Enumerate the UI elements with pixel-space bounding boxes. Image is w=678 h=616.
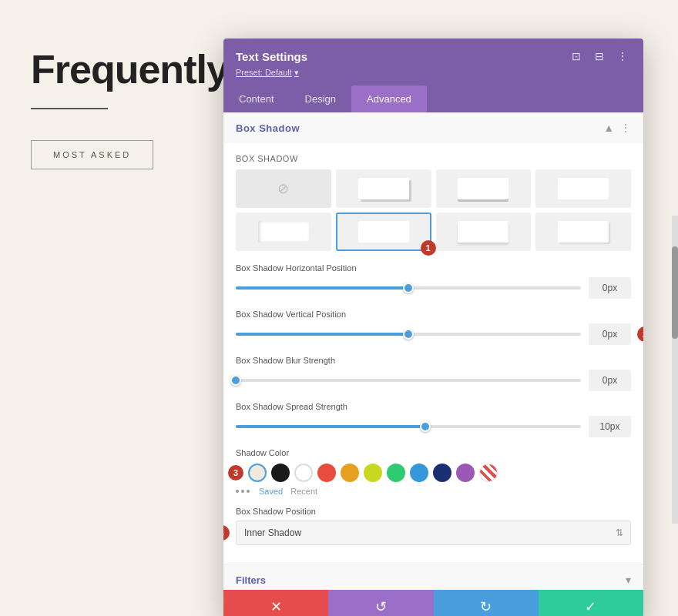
redo-icon: ↻ xyxy=(480,598,492,615)
panel: Text Settings ⊡ ⊟ ⋮ Preset: Default ▾ Co… xyxy=(223,38,643,616)
preset-box-7 xyxy=(558,221,609,243)
swatch-purple[interactable] xyxy=(456,464,475,482)
box-shadow-section-body: Box Shadow ⊘ xyxy=(223,143,643,564)
swatch-white[interactable] xyxy=(294,464,313,482)
save-button[interactable]: ✓ xyxy=(539,590,643,616)
swatch-blue[interactable] xyxy=(410,464,428,482)
filters-section-header[interactable]: Filters ▾ xyxy=(223,564,643,590)
redo-button[interactable]: ↻ xyxy=(434,590,539,616)
shadow-preset-6[interactable] xyxy=(436,213,532,251)
panel-header: Text Settings ⊡ ⊟ ⋮ Preset: Default ▾ xyxy=(223,38,643,85)
shadow-preset-4[interactable] xyxy=(236,213,331,251)
box-shadow-section: Box Shadow ▲ ⋮ Box Shadow ⊘ xyxy=(223,112,643,564)
preset-box-5 xyxy=(358,221,409,243)
slider-vertical-thumb[interactable] xyxy=(403,329,414,340)
slider-horizontal-control xyxy=(236,277,631,299)
slider-horizontal-track[interactable] xyxy=(236,286,581,290)
position-select-wrapper: 4 Inner Shadow Outer Shadow ⇅ xyxy=(236,521,631,545)
swatch-green[interactable] xyxy=(387,464,405,482)
reset-button[interactable]: ↺ xyxy=(328,590,433,616)
slider-blur-control xyxy=(236,370,631,391)
panel-header-top: Text Settings ⊡ ⊟ ⋮ xyxy=(236,48,631,65)
shadow-preset-2[interactable] xyxy=(436,169,532,208)
swatch-stripe[interactable] xyxy=(479,464,498,482)
swatch-black[interactable] xyxy=(271,464,290,482)
tab-advanced[interactable]: Advanced xyxy=(351,85,427,112)
scrollbar-thumb[interactable] xyxy=(672,246,678,339)
color-swatches: 3 xyxy=(236,464,631,482)
slider-horizontal-thumb[interactable] xyxy=(403,283,414,293)
badge-marker-1: 1 xyxy=(421,240,436,256)
cancel-icon: ✕ xyxy=(270,598,282,615)
preset-arrow: ▾ xyxy=(294,68,299,77)
preset-box-3 xyxy=(558,178,609,199)
filters-section-title: Filters xyxy=(236,574,266,586)
slider-spread-control xyxy=(236,416,631,437)
preset-box-2 xyxy=(458,178,509,199)
slider-horizontal-value[interactable] xyxy=(589,277,631,299)
slider-vertical-value[interactable] xyxy=(589,323,631,345)
slider-spread-fill xyxy=(236,425,425,428)
color-tab-recent[interactable]: Recent xyxy=(290,487,317,496)
slider-blur-track[interactable] xyxy=(236,379,581,382)
cancel-button[interactable]: ✕ xyxy=(223,590,328,616)
slider-spread-value[interactable] xyxy=(589,416,631,437)
swatch-navy[interactable] xyxy=(433,464,451,482)
color-dots[interactable] xyxy=(236,490,250,493)
slider-vertical-control: 2 xyxy=(236,323,631,345)
panel-tabs: Content Design Advanced xyxy=(223,85,643,112)
tab-content[interactable]: Content xyxy=(223,85,290,112)
position-select[interactable]: Inner Shadow Outer Shadow xyxy=(236,521,631,545)
panel-toolbar: ✕ ↺ ↻ ✓ xyxy=(223,590,643,616)
panel-preset[interactable]: Preset: Default ▾ xyxy=(236,68,631,78)
slider-spread-thumb[interactable] xyxy=(420,421,431,432)
section-more-icon[interactable]: ⋮ xyxy=(620,122,631,134)
shadow-preset-none[interactable]: ⊘ xyxy=(236,169,331,208)
shadow-presets-grid: ⊘ xyxy=(236,169,631,251)
slider-blur-value[interactable] xyxy=(589,370,631,391)
box-shadow-position-container: Box Shadow Position 4 Inner Shadow Outer… xyxy=(236,507,631,545)
save-icon: ✓ xyxy=(585,598,596,615)
slider-vertical-fill xyxy=(236,333,408,336)
box-shadow-section-header: Box Shadow ▲ ⋮ xyxy=(223,112,643,143)
filters-chevron-icon[interactable]: ▾ xyxy=(626,574,631,586)
scrollbar[interactable] xyxy=(672,216,678,524)
section-collapse-icon[interactable]: ▲ xyxy=(603,122,614,134)
color-dot-2 xyxy=(241,490,244,493)
shadow-preset-1[interactable] xyxy=(336,169,431,208)
section-controls: ▲ ⋮ xyxy=(603,122,631,134)
panel-icons: ⊡ ⊟ ⋮ xyxy=(568,48,631,65)
slider-blur-label: Box Shadow Blur Strength xyxy=(236,356,631,365)
bg-badge: MOST ASKED xyxy=(31,140,153,169)
slider-spread-track[interactable] xyxy=(236,425,581,428)
color-tab-saved[interactable]: Saved xyxy=(259,487,283,496)
color-dot-1 xyxy=(236,490,239,493)
shadow-preset-7[interactable] xyxy=(535,213,631,251)
panel-icon-layout[interactable]: ⊟ xyxy=(591,48,608,65)
tab-design[interactable]: Design xyxy=(290,85,351,112)
preset-label: Preset: Default xyxy=(236,68,292,77)
swatch-custom[interactable] xyxy=(248,464,267,482)
shadow-presets-label: Box Shadow xyxy=(236,154,631,163)
slider-horizontal: Box Shadow Horizontal Position xyxy=(236,263,631,299)
color-more-row: Saved Recent xyxy=(236,487,631,496)
box-shadow-section-title: Box Shadow xyxy=(236,122,300,134)
color-tabs: Saved Recent xyxy=(259,487,317,496)
swatch-orange[interactable] xyxy=(341,464,359,482)
panel-icon-screenshot[interactable]: ⊡ xyxy=(568,48,585,65)
slider-blur-thumb[interactable] xyxy=(230,375,241,386)
slider-spread: Box Shadow Spread Strength xyxy=(236,402,631,437)
slider-vertical: Box Shadow Vertical Position 2 xyxy=(236,310,631,345)
preset-box-4 xyxy=(258,221,309,243)
slider-blur: Box Shadow Blur Strength xyxy=(236,356,631,391)
panel-body: Box Shadow ▲ ⋮ Box Shadow ⊘ xyxy=(223,112,643,590)
shadow-preset-5-selected[interactable]: 1 xyxy=(336,213,431,251)
shadow-preset-3[interactable] xyxy=(535,169,631,208)
swatch-yellow[interactable] xyxy=(364,464,382,482)
slider-horizontal-label: Box Shadow Horizontal Position xyxy=(236,263,631,273)
swatch-red[interactable] xyxy=(317,464,336,482)
slider-vertical-track[interactable] xyxy=(236,333,581,336)
shadow-color-label: Shadow Color xyxy=(236,448,631,457)
panel-icon-more[interactable]: ⋮ xyxy=(614,48,631,65)
filters-section: Filters ▾ xyxy=(223,564,643,590)
